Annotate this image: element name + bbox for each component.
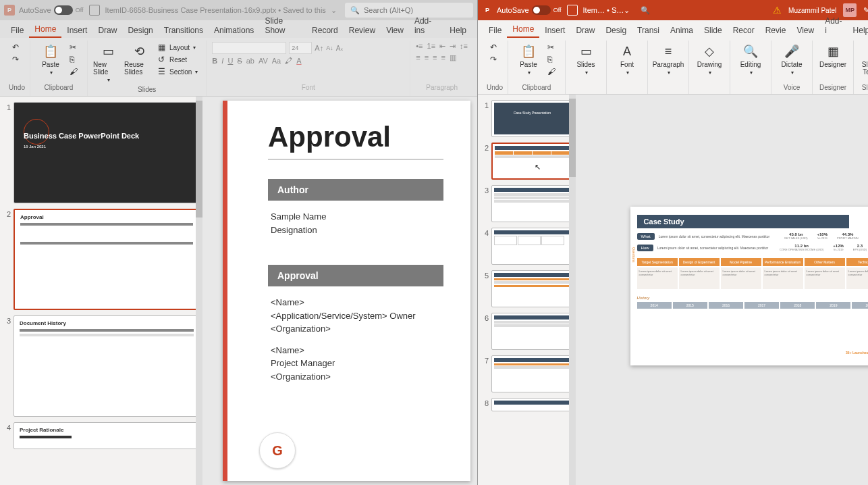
- format-painter-button[interactable]: 🖌: [545, 66, 560, 77]
- badge-circle[interactable]: G: [259, 432, 296, 469]
- redo-button[interactable]: ↷: [487, 54, 502, 65]
- menu-help[interactable]: Help: [848, 23, 868, 38]
- italic-button[interactable]: I: [221, 57, 223, 65]
- menu-slideshow[interactable]: Slide: [699, 23, 728, 38]
- paste-button[interactable]: 📋Paste▾: [36, 42, 65, 76]
- increase-font-icon[interactable]: A↑: [315, 44, 323, 52]
- copy-button[interactable]: ⎘: [67, 54, 82, 65]
- thumbnail[interactable]: [491, 228, 573, 265]
- thumbnail[interactable]: ↖: [491, 143, 573, 180]
- menu-design[interactable]: Design: [122, 23, 158, 38]
- autosave-toggle[interactable]: AutoSave Off: [19, 5, 84, 15]
- decrease-font-icon[interactable]: A↓: [326, 45, 333, 51]
- font-button[interactable]: AFont▾: [612, 42, 642, 76]
- menu-review[interactable]: Revie: [760, 23, 792, 38]
- thumbnail[interactable]: [491, 185, 573, 222]
- menu-record[interactable]: Record: [306, 23, 344, 38]
- font-color-button[interactable]: A: [296, 57, 301, 65]
- align-center-button[interactable]: ≡: [425, 53, 429, 62]
- reset-button[interactable]: ↺Reset: [155, 54, 200, 65]
- thumb-row[interactable]: 2 Approval: [3, 209, 200, 310]
- menu-addins[interactable]: Add-ins: [409, 14, 444, 38]
- menu-animations[interactable]: Animations: [209, 23, 259, 38]
- menu-animations[interactable]: Anima: [665, 23, 699, 38]
- approval-body[interactable]: <Name> <Application/Service/System> Owne…: [268, 286, 443, 392]
- scrollbar[interactable]: [569, 95, 576, 485]
- menu-draw[interactable]: Draw: [92, 23, 122, 38]
- cs-tab[interactable]: Model Pipeline: [721, 258, 761, 266]
- menu-insert[interactable]: Insert: [61, 23, 92, 38]
- editing-button[interactable]: 🔍Editing▾: [736, 42, 765, 76]
- author-designation[interactable]: Designation: [271, 224, 441, 237]
- save-icon[interactable]: [567, 5, 578, 16]
- format-painter-button[interactable]: 🖌: [67, 66, 82, 77]
- thumbnail[interactable]: [491, 270, 573, 307]
- menu-review[interactable]: Review: [344, 23, 381, 38]
- templates-button[interactable]: ▭SlideUpLift Templates: [859, 42, 868, 76]
- cut-button[interactable]: ✂: [67, 42, 82, 53]
- slide-editor-left[interactable]: Approval Author Sample Name Designation …: [202, 97, 477, 485]
- slides-button[interactable]: ▭Slides▾: [571, 42, 601, 76]
- thumbnail[interactable]: [491, 313, 573, 350]
- menu-slideshow[interactable]: Slide Show: [259, 14, 306, 38]
- cs-tab[interactable]: Technology: [846, 258, 868, 266]
- cs-tab[interactable]: Design of Experiment: [679, 258, 720, 266]
- menu-help[interactable]: Help: [444, 23, 472, 38]
- slide-title[interactable]: Approval: [268, 121, 443, 153]
- thumbnail[interactable]: [491, 398, 573, 411]
- dictate-button[interactable]: 🎤Dictate▾: [777, 42, 807, 76]
- menu-transitions[interactable]: Transitions: [159, 23, 209, 38]
- underline-button[interactable]: U: [227, 57, 233, 65]
- columns-button[interactable]: ▥: [450, 53, 456, 62]
- chip-how[interactable]: How: [637, 245, 653, 251]
- scrollbar[interactable]: [196, 97, 202, 485]
- thumb-row[interactable]: 1 Business Case PowerPoint Deck 19 Jan 2…: [3, 102, 200, 203]
- slide-thumbnails-right[interactable]: 1Case Study Presentation 2↖ 3 4 5 6 7 8: [478, 95, 576, 485]
- menu-home[interactable]: Home: [29, 22, 61, 38]
- warning-icon[interactable]: ⚠: [773, 5, 782, 16]
- case-button[interactable]: Aa: [272, 57, 281, 65]
- cs-tab[interactable]: Target Segmentation: [637, 258, 678, 266]
- menu-insert[interactable]: Insert: [539, 23, 570, 38]
- thumbnail-2[interactable]: Approval: [13, 209, 200, 310]
- document-title[interactable]: Item… • S…: [583, 6, 624, 14]
- cut-button[interactable]: ✂: [545, 42, 560, 53]
- spacing-button[interactable]: AV: [259, 57, 268, 65]
- justify-button[interactable]: ≡: [441, 53, 445, 62]
- line-spacing-button[interactable]: ↕≡: [460, 42, 468, 51]
- author-header[interactable]: Author: [268, 179, 443, 201]
- paste-button[interactable]: 📋Paste▾: [514, 42, 543, 76]
- thumbnail-4[interactable]: Project Rationale: [13, 422, 200, 449]
- paragraph-button[interactable]: ≡Paragraph▾: [653, 42, 683, 76]
- designer-button[interactable]: ▦Designer: [818, 42, 848, 68]
- highlight-button[interactable]: 🖍: [285, 57, 292, 65]
- save-icon[interactable]: [89, 5, 100, 16]
- thumbnail[interactable]: Case Study Presentation: [491, 100, 573, 137]
- shadow-button[interactable]: ab: [246, 57, 254, 65]
- bullets-button[interactable]: •≡: [416, 42, 423, 51]
- autosave-toggle[interactable]: AutoSave Off: [497, 5, 562, 15]
- chevron-down-icon[interactable]: ⌄: [624, 6, 630, 15]
- chip-what[interactable]: What: [637, 233, 655, 240]
- thumbnail-3[interactable]: Document History: [13, 315, 200, 417]
- search-button[interactable]: 🔍: [638, 3, 653, 18]
- chevron-down-icon[interactable]: ⌄: [331, 6, 337, 15]
- slide-thumbnails-left[interactable]: 1 Business Case PowerPoint Deck 19 Jan 2…: [0, 97, 202, 485]
- cs-tab[interactable]: Other Matters: [805, 258, 845, 266]
- indent-inc-button[interactable]: ⇥: [450, 42, 456, 51]
- layout-button[interactable]: ▦Layout▾: [155, 42, 200, 53]
- menu-file[interactable]: File: [5, 23, 29, 38]
- slide-canvas-left[interactable]: Approval Author Sample Name Designation …: [223, 101, 470, 481]
- redo-button[interactable]: ↷: [9, 54, 24, 65]
- thumb-row[interactable]: 3 Document History: [3, 315, 200, 417]
- font-size-select[interactable]: 24: [289, 42, 312, 54]
- cs-title[interactable]: Case Study: [637, 215, 850, 228]
- toggle-icon[interactable]: [532, 5, 551, 15]
- menu-view[interactable]: View: [791, 23, 819, 38]
- menu-file[interactable]: File: [483, 23, 507, 38]
- menu-addins[interactable]: Add-i: [819, 14, 847, 38]
- bold-button[interactable]: B: [212, 57, 217, 65]
- clear-format-icon[interactable]: Aₓ: [336, 45, 344, 52]
- numbering-button[interactable]: 1≡: [427, 42, 436, 51]
- slide-canvas-right[interactable]: Case Study Questions What Lorem ipsum do…: [630, 207, 868, 365]
